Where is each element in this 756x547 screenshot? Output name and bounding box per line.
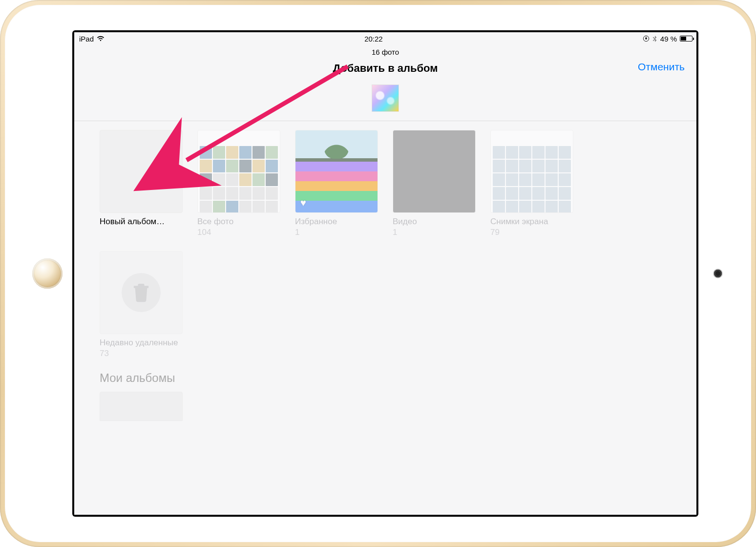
- status-time: 20:22: [105, 35, 643, 43]
- selection-thumbnail: [372, 84, 399, 112]
- ipad-frame: iPad 20:22 49 % 16 фото: [0, 0, 756, 547]
- albums-content: Новый альбом…: [74, 121, 696, 421]
- favorites-label: Избранное: [295, 217, 378, 227]
- wifi-icon: [97, 36, 105, 42]
- album-screenshots: Снимки экрана 79: [490, 130, 573, 237]
- screenshots-label: Снимки экрана: [490, 217, 573, 227]
- cancel-button[interactable]: Отменить: [638, 61, 685, 73]
- videos-count: 1: [393, 228, 476, 237]
- ipad-inner: iPad 20:22 49 % 16 фото: [5, 5, 751, 542]
- album-new[interactable]: Новый альбом…: [100, 130, 183, 237]
- battery-percent: 49 %: [660, 35, 677, 43]
- favorites-count: 1: [295, 228, 378, 237]
- new-album-label: Новый альбом…: [100, 217, 183, 227]
- recently-deleted-count: 73: [100, 349, 183, 358]
- device-label: iPad: [79, 35, 94, 43]
- status-bar: iPad 20:22 49 %: [74, 32, 696, 45]
- recently-deleted-tile: [100, 251, 183, 334]
- svg-rect-1: [645, 38, 647, 40]
- bluetooth-icon: [652, 35, 657, 42]
- album-favorites: ♥ Избранное 1: [295, 130, 378, 237]
- favorites-tile: ♥: [295, 130, 378, 213]
- rotation-lock-icon: [643, 35, 650, 42]
- home-button[interactable]: [32, 258, 63, 289]
- front-camera: [714, 270, 722, 277]
- all-photos-count: 104: [197, 228, 280, 237]
- all-photos-tile: [197, 130, 280, 213]
- battery-icon: [680, 36, 693, 42]
- screenshots-tile: [490, 130, 573, 213]
- selected-count: 16 фото: [74, 45, 696, 56]
- screen: iPad 20:22 49 % 16 фото: [74, 32, 696, 515]
- new-album-tile[interactable]: [100, 130, 183, 213]
- trash-icon: [132, 283, 150, 302]
- my-albums-section-title: Мои альбомы: [100, 371, 671, 385]
- header: Добавить в альбом Отменить: [74, 56, 696, 78]
- videos-tile: [393, 130, 476, 213]
- status-left: iPad: [79, 35, 105, 43]
- status-right: 49 %: [643, 35, 693, 43]
- heart-icon: ♥: [300, 197, 306, 209]
- my-albums-partial-tile[interactable]: [100, 392, 183, 421]
- all-photos-label: Все фото: [197, 217, 280, 227]
- header-title: Добавить в альбом: [74, 62, 696, 75]
- album-all-photos: Все фото 104: [197, 130, 280, 237]
- screen-bezel: iPad 20:22 49 % 16 фото: [72, 30, 698, 517]
- albums-grid: Новый альбом…: [100, 130, 671, 358]
- recently-deleted-label: Недавно удаленные: [100, 338, 183, 348]
- album-recently-deleted: Недавно удаленные 73: [100, 251, 183, 358]
- screenshots-count: 79: [490, 228, 573, 237]
- album-videos: Видео 1: [393, 130, 476, 237]
- videos-label: Видео: [393, 217, 476, 227]
